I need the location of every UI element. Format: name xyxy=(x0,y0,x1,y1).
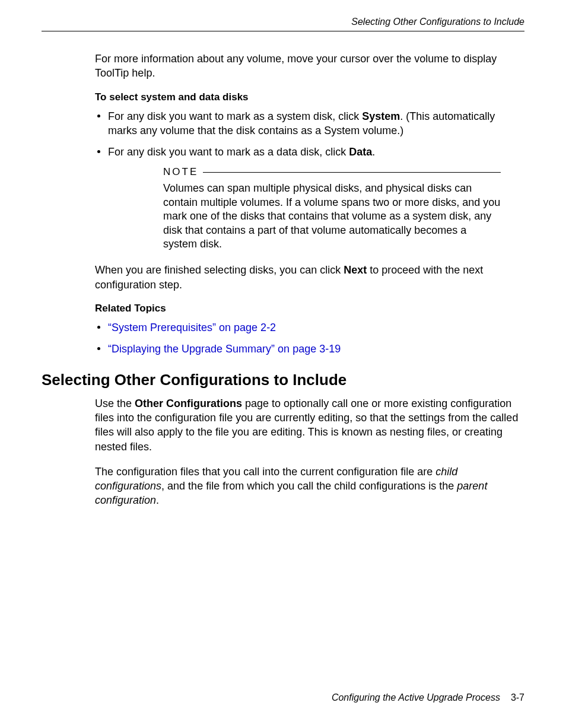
text: . xyxy=(156,494,159,506)
list-item: “System Prerequisites” on page 2-2 xyxy=(95,320,524,335)
section-paragraph-1: Use the Other Configurations page to opt… xyxy=(95,396,524,454)
text: When you are finished selecting disks, y… xyxy=(95,264,344,276)
page-footer: Configuring the Active Upgrade Process3-… xyxy=(332,692,524,703)
section-paragraph-2: The configuration files that you call in… xyxy=(95,465,524,508)
list-item: “Displaying the Upgrade Summary” on page… xyxy=(95,342,524,356)
note-block: NOTE Volumes can span multiple physical … xyxy=(163,166,501,251)
related-topics-heading: Related Topics xyxy=(95,303,524,314)
text: The configuration files that you call in… xyxy=(95,466,435,478)
note-label: NOTE xyxy=(163,166,203,178)
running-header: Selecting Other Configurations to Includ… xyxy=(42,17,524,31)
subhead-to-select: To select system and data disks xyxy=(95,91,524,103)
bullet-text: . xyxy=(372,146,375,158)
section-heading: Selecting Other Configurations to Includ… xyxy=(42,371,524,389)
note-header-row: NOTE xyxy=(163,166,501,178)
footer-title: Configuring the Active Upgrade Process xyxy=(332,692,500,702)
disk-bullet-list: For any disk you want to mark as a syste… xyxy=(95,109,524,160)
bullet-text: For any disk you want to mark as a syste… xyxy=(108,110,362,122)
text: Use the xyxy=(95,398,135,409)
footer-page-number: 3-7 xyxy=(511,692,524,702)
list-item: For any disk you want to mark as a syste… xyxy=(95,109,524,138)
link-displaying-upgrade-summary[interactable]: “Displaying the Upgrade Summary” on page… xyxy=(108,343,341,355)
note-rule xyxy=(203,172,501,173)
bold-next: Next xyxy=(344,264,367,276)
link-system-prerequisites[interactable]: “System Prerequisites” on page 2-2 xyxy=(108,322,276,333)
list-item: For any disk you want to mark as a data … xyxy=(95,145,524,159)
header-divider xyxy=(42,31,524,31)
intro-paragraph: For more information about any volume, m… xyxy=(95,52,524,81)
bullet-text: For any disk you want to mark as a data … xyxy=(108,146,349,158)
bullet-bold-data: Data xyxy=(349,146,372,158)
note-body: Volumes can span multiple physical disks… xyxy=(163,182,501,251)
bullet-bold-system: System xyxy=(362,110,400,122)
bold-other-configurations: Other Configurations xyxy=(135,398,242,409)
text: , and the file from which you call the c… xyxy=(161,480,457,492)
related-topics-list: “System Prerequisites” on page 2-2 “Disp… xyxy=(95,320,524,357)
after-note-paragraph: When you are finished selecting disks, y… xyxy=(95,263,524,292)
